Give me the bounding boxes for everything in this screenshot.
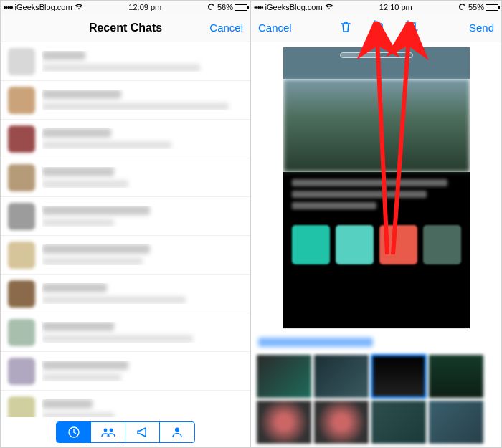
screenshot-pair: ••••• iGeeksBlog.com 12:09 pm 56% Recent…: [0, 0, 502, 448]
chat-name: [42, 206, 150, 215]
chat-avatar: [8, 242, 35, 269]
thumbnail-strip: [251, 355, 501, 444]
thumbnail[interactable]: [314, 401, 369, 444]
chat-row[interactable]: [1, 391, 250, 417]
chat-message: [42, 103, 229, 110]
chat-name: [42, 322, 114, 331]
preview-segmented: [340, 52, 413, 58]
refresh-icon: [207, 3, 215, 12]
chat-row[interactable]: [1, 42, 250, 81]
cancel-button[interactable]: Cancel: [258, 22, 294, 34]
chat-text: [42, 167, 243, 188]
preview-card: [423, 225, 461, 264]
chat-text: [42, 51, 243, 72]
nav-bar-right: Cancel Send: [251, 14, 501, 42]
caption-placeholder: [258, 338, 373, 347]
chat-text: [42, 361, 243, 381]
battery-pct: 56%: [217, 3, 233, 11]
chat-message: [42, 335, 193, 343]
svg-rect-4: [375, 24, 382, 32]
tab-groups[interactable]: [91, 422, 126, 442]
chat-avatar: [8, 319, 35, 346]
chat-name: [42, 244, 150, 254]
thumbnail[interactable]: [429, 401, 483, 444]
image-preview[interactable]: [283, 47, 470, 329]
right-pane: ••••• iGeeksBlog.com 12:10 pm 55% Cancel: [251, 1, 501, 447]
svg-point-2: [109, 429, 113, 432]
chat-name: [42, 361, 128, 370]
preview-hero-image: [283, 79, 470, 172]
chat-avatar: [8, 203, 35, 230]
preview-card-row: [292, 225, 461, 264]
chat-message: [42, 141, 171, 149]
chat-message: [42, 64, 200, 72]
wifi-icon: [325, 3, 333, 11]
chat-avatar: [8, 358, 35, 385]
chat-row[interactable]: [1, 352, 250, 391]
rotate-icon[interactable]: [371, 19, 386, 37]
svg-point-1: [103, 429, 107, 432]
preview-text-line: [292, 179, 447, 186]
preview-card: [379, 225, 417, 264]
tab-bar: [56, 421, 195, 443]
chat-text: [42, 244, 243, 265]
thumbnail[interactable]: [371, 355, 426, 398]
tab-recent[interactable]: [57, 422, 91, 442]
cancel-button[interactable]: Cancel: [203, 22, 243, 34]
signal-dots: •••••: [254, 4, 263, 11]
thumbnail[interactable]: [257, 401, 311, 444]
battery-icon: [235, 4, 247, 11]
crop-icon[interactable]: [404, 19, 419, 37]
thumbnail[interactable]: [371, 401, 426, 444]
chat-avatar: [8, 87, 35, 114]
chat-text: [42, 283, 243, 304]
chat-name: [42, 128, 111, 138]
thumbnail[interactable]: [257, 355, 311, 398]
tab-contacts[interactable]: [160, 422, 194, 442]
carrier-label: iGeeksBlog.com: [15, 3, 72, 11]
chat-row[interactable]: [1, 275, 250, 313]
chat-row[interactable]: [1, 236, 250, 275]
thumbnail[interactable]: [314, 355, 369, 398]
chat-row[interactable]: [1, 81, 250, 120]
chat-row[interactable]: [1, 158, 250, 197]
chat-text: [42, 206, 243, 227]
chat-avatar: [8, 396, 35, 418]
tab-broadcast[interactable]: [126, 422, 160, 442]
chat-message: [42, 412, 114, 417]
chat-row[interactable]: [1, 313, 250, 352]
battery-pct: 55%: [468, 3, 484, 11]
status-bar-left: ••••• iGeeksBlog.com 12:09 pm 56%: [1, 1, 250, 14]
chat-text: [42, 399, 243, 417]
chat-avatar: [8, 48, 35, 75]
chat-message: [42, 373, 121, 381]
chat-message: [42, 257, 143, 265]
wifi-icon: [75, 3, 83, 11]
chat-message: [42, 180, 128, 188]
chat-name: [42, 399, 93, 409]
preview-seg-1: [341, 53, 376, 57]
thumbnail[interactable]: [429, 355, 483, 398]
left-pane: ••••• iGeeksBlog.com 12:09 pm 56% Recent…: [1, 1, 251, 447]
send-button[interactable]: Send: [463, 22, 494, 34]
chat-name: [42, 283, 107, 292]
preview-seg-2: [376, 53, 412, 57]
preview-text-line: [292, 191, 427, 198]
preview-card: [292, 225, 330, 264]
caption-input[interactable]: [258, 333, 494, 351]
nav-bar-left: Recent Chats Cancel: [1, 14, 250, 42]
preview-text-line: [292, 202, 376, 209]
chat-text: [42, 90, 243, 110]
preview-body: [283, 172, 470, 328]
signal-dots: •••••: [4, 4, 13, 11]
chat-row[interactable]: [1, 120, 250, 158]
chat-list[interactable]: [1, 42, 250, 417]
chat-name: [42, 167, 114, 176]
svg-point-3: [175, 428, 179, 432]
battery-indicator: 55%: [468, 3, 498, 11]
trash-icon[interactable]: [338, 19, 353, 37]
status-time: 12:10 pm: [333, 3, 458, 11]
battery-icon: [486, 4, 498, 11]
chat-row[interactable]: [1, 197, 250, 236]
preview-header: [283, 47, 470, 79]
